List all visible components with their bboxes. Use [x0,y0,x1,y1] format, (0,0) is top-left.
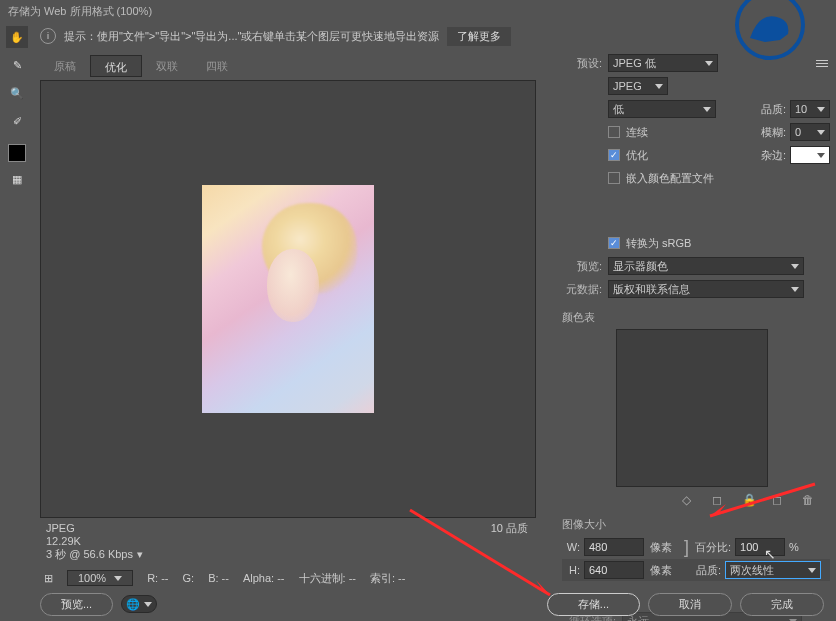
width-label: W: [562,541,580,553]
resample-select[interactable]: 两次线性 [725,561,821,579]
preview-image [202,185,374,413]
width-unit: 像素 [650,540,672,555]
right-settings-panel: 预设: JPEG 低 JPEG 低 品质: 10 连续 模糊: 0 ✓ 优化 杂… [562,52,830,621]
info-size: 12.29K [46,535,530,548]
hint-text: 提示：使用"文件">"导出">"导出为..."或右键单击某个图层可更快速地导出资… [64,29,439,44]
height-input[interactable] [584,561,644,579]
color-r: R: -- [147,572,168,584]
cancel-button[interactable]: 取消 [648,593,732,616]
color-alpha: Alpha: -- [243,572,285,584]
color-g: G: [183,572,195,584]
slice-visibility-icon[interactable]: ▦ [6,168,28,190]
preview-select[interactable]: 显示器颜色 [608,257,804,275]
bottom-button-row: 预览... 🌐 存储... 取消 完成 [34,590,830,618]
percent-unit: % [789,541,799,553]
preset-label: 预设: [562,56,602,71]
color-swatch[interactable] [8,144,26,162]
hint-bar: i 提示：使用"文件">"导出">"导出为..."或右键单击某个图层可更快速地导… [34,25,836,47]
link-icon[interactable]: ] [684,537,689,558]
tab-four-up[interactable]: 四联 [192,55,242,77]
optimized-checkbox[interactable]: ✓ [608,149,620,161]
ct-new-icon[interactable]: ◻ [772,493,786,507]
convert-srgb-checkbox[interactable]: ✓ [608,237,620,249]
width-input[interactable] [584,538,644,556]
color-table[interactable] [616,329,768,487]
hand-tool-icon[interactable]: ✋ [6,26,28,48]
quality-level-select[interactable]: 低 [608,100,716,118]
done-button[interactable]: 完成 [740,593,824,616]
slice-tool-icon[interactable]: ✎ [6,54,28,76]
metadata-label: 元数据: [562,282,602,297]
convert-srgb-label: 转换为 sRGB [626,236,691,251]
info-icon: i [40,28,56,44]
height-unit: 像素 [650,563,672,578]
quality-number[interactable]: 10 [790,100,830,118]
window-titlebar: 存储为 Web 所用格式 (100%) [0,0,836,22]
imagesize-label: 图像大小 [562,517,830,532]
optimized-label: 优化 [626,148,648,163]
ct-diamond-icon[interactable]: ◇ [682,493,696,507]
left-tool-strip: ✋ ✎ 🔍 ✐ ▦ [0,22,34,582]
zoom-select[interactable]: 100% [67,570,133,586]
ct-shift-icon[interactable]: ◻ [712,493,726,507]
save-button[interactable]: 存储... [547,593,640,616]
grid-icon[interactable]: ⊞ [44,572,53,585]
matte-label: 杂边: [761,148,786,163]
resample-label: 品质: [696,563,721,578]
blur-value[interactable]: 0 [790,123,830,141]
tab-optimized[interactable]: 优化 [90,55,142,77]
color-index: 索引: -- [370,571,405,586]
zoom-status-row: ⊞ 100% R: -- G: B: -- Alpha: -- 十六进制: --… [40,567,536,589]
matte-color[interactable] [790,146,830,164]
preset-select[interactable]: JPEG 低 [608,54,718,72]
info-time: 3 秒 @ 56.6 Kbps [46,548,133,560]
eyedropper-tool-icon[interactable]: ✐ [6,110,28,132]
ct-lock-icon[interactable]: 🔒 [742,493,756,507]
tab-original[interactable]: 原稿 [40,55,90,77]
browser-select[interactable]: 🌐 [121,595,157,613]
info-format: JPEG [46,522,530,535]
preset-menu-icon[interactable] [814,55,830,71]
progressive-label: 连续 [626,125,648,140]
preview-button[interactable]: 预览... [40,593,113,616]
percent-label: 百分比: [695,540,731,555]
percent-input[interactable] [735,538,785,556]
colortable-label: 颜色表 [562,310,830,325]
height-label: H: [562,564,580,576]
preview-label: 预览: [562,259,602,274]
progressive-checkbox[interactable] [608,126,620,138]
color-b: B: -- [208,572,229,584]
quality-label: 品质: [761,102,786,117]
embed-profile-checkbox[interactable] [608,172,620,184]
image-info: JPEG 12.29K 3 秒 @ 56.6 Kbps▾ 10 品质 [40,520,536,560]
info-quality: 10 品质 [491,522,528,535]
learn-more-button[interactable]: 了解更多 [447,27,511,46]
tab-two-up[interactable]: 双联 [142,55,192,77]
blur-label: 模糊: [761,125,786,140]
metadata-select[interactable]: 版权和联系信息 [608,280,804,298]
preview-canvas[interactable] [40,80,536,518]
ct-trash-icon[interactable]: 🗑 [802,493,816,507]
color-hex: 十六进制: -- [299,571,356,586]
view-tabs: 原稿 优化 双联 四联 [40,55,242,77]
format-select[interactable]: JPEG [608,77,668,95]
zoom-tool-icon[interactable]: 🔍 [6,82,28,104]
embed-profile-label: 嵌入颜色配置文件 [626,171,714,186]
